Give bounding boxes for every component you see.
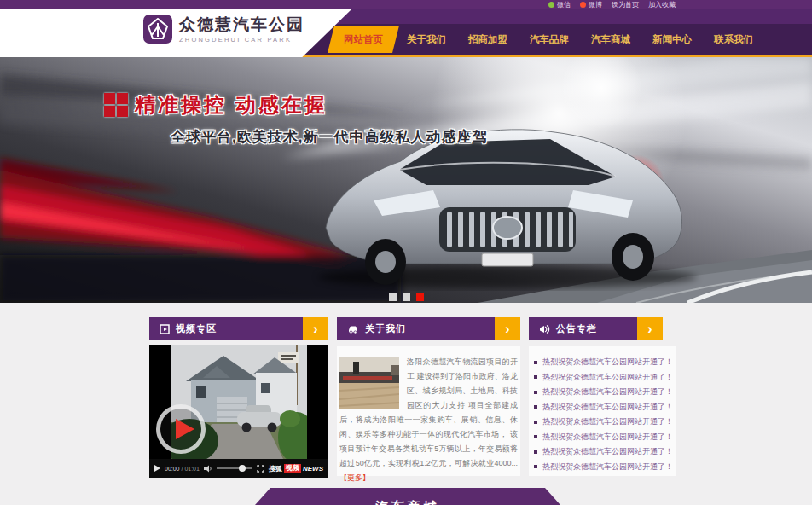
notice-list-item[interactable]: 热烈祝贺众德慧汽车公园网站开通了！ — [534, 460, 672, 475]
weibo-link[interactable]: 微博 — [580, 0, 602, 9]
news-label: NEWS — [303, 465, 323, 473]
video-more-button[interactable]: › — [303, 317, 328, 340]
carousel-dots — [389, 293, 424, 301]
weibo-label: 微博 — [589, 0, 602, 9]
set-homepage-link[interactable]: 设为首页 — [612, 0, 639, 9]
sohu-brand: 搜狐 视频 NEWS — [269, 464, 323, 473]
carousel-dot[interactable] — [389, 293, 397, 301]
notice-list-item[interactable]: 热烈祝贺众德慧汽车公园网站开通了！ — [534, 355, 672, 370]
carousel-dot[interactable] — [403, 293, 410, 301]
notice-list-item[interactable]: 热烈祝贺众德慧汽车公园网站开通了！ — [534, 430, 672, 445]
carousel-dot-active[interactable] — [416, 293, 424, 301]
wechat-icon — [548, 2, 554, 8]
bullet-icon — [534, 465, 537, 468]
footer-section-title: 汽车商城 — [375, 499, 440, 505]
player-time: 00:00 / 01:01 — [165, 466, 200, 472]
notice-list-item[interactable]: 热烈祝贺众德慧汽车公园网站开通了！ — [534, 415, 672, 430]
notice-list-item[interactable]: 热烈祝贺众德慧汽车公园网站开通了！ — [534, 400, 672, 415]
video-section-title: 视频专区 — [176, 322, 217, 335]
bullet-icon — [534, 421, 537, 424]
hero-text: 精准操控 动感在握 全球平台,欧美技术,新一代中高级私人动感座驾 — [104, 91, 487, 147]
hero-banner: 精准操控 动感在握 全球平台,欧美技术,新一代中高级私人动感座驾 — [0, 57, 812, 303]
main-nav: 网站首页 关于我们 招商加盟 汽车品牌 汽车商城 新闻中心 联系我们 — [331, 26, 764, 53]
player-play-icon[interactable] — [154, 465, 160, 472]
bullet-icon — [534, 375, 537, 379]
nav-item-contact[interactable]: 联系我们 — [703, 26, 764, 53]
nav-item-brands[interactable]: 汽车品牌 — [519, 26, 580, 53]
weibo-icon — [580, 2, 586, 8]
topbar: 微信 微博 设为首页 加入收藏 — [0, 0, 812, 9]
megaphone-icon — [539, 324, 550, 334]
about-more-link[interactable]: 【更多】 — [339, 473, 370, 482]
video-icon — [160, 324, 170, 334]
bullet-icon — [534, 361, 537, 364]
about-section-header: 关于我们 › — [337, 317, 520, 340]
volume-slider[interactable] — [217, 467, 252, 469]
nav-item-news[interactable]: 新闻中心 — [641, 26, 703, 53]
bullet-icon — [534, 405, 537, 409]
logo-mark-icon — [143, 15, 172, 44]
page: 微信 微博 设为首页 加入收藏 众德慧汽车公园 ZHONGDE — [0, 0, 812, 505]
notice-list-item[interactable]: 热烈祝贺众德慧汽车公园网站开通了！ — [534, 444, 672, 460]
sohu-label: 搜狐 — [269, 464, 282, 473]
video-player: 00:00 / 01:01 搜狐 视频 NEWS — [149, 345, 328, 478]
video-section-header: 视频专区 › — [149, 317, 328, 340]
hero-headline: 精准操控 动感在握 — [135, 91, 328, 119]
lotus-icon — [147, 18, 169, 40]
about-more-button[interactable]: › — [495, 317, 520, 340]
notice-section-title: 公告专栏 — [556, 322, 597, 335]
fullscreen-icon[interactable] — [257, 465, 264, 473]
hero-subline: 全球平台,欧美技术,新一代中高级私人动感座驾 — [171, 127, 487, 147]
about-content: 洛阳众德慧汽车物流园项目的开工 建设得到了洛阳市政府、洛龙区、城乡规划局、土地局… — [337, 346, 520, 476]
add-favorite-link[interactable]: 加入收藏 — [648, 0, 676, 9]
player-controls: 00:00 / 01:01 搜狐 视频 NEWS — [149, 459, 328, 478]
logo-title: 众德慧汽车公园 — [179, 15, 304, 34]
sohu-video-badge: 视频 — [284, 464, 301, 473]
site-logo[interactable]: 众德慧汽车公园 ZHONGDEHUI CAR PARK — [143, 15, 304, 44]
logo-subtitle: ZHONGDEHUI CAR PARK — [179, 36, 304, 44]
notice-more-button[interactable]: › — [637, 317, 663, 340]
nav-item-home[interactable]: 网站首页 — [328, 26, 399, 53]
bullet-icon — [534, 435, 537, 438]
nav-item-about[interactable]: 关于我们 — [396, 26, 457, 53]
wechat-label: 微信 — [557, 0, 571, 9]
bullet-icon — [534, 391, 537, 394]
bullet-icon — [534, 450, 537, 454]
nav-item-mall[interactable]: 汽车商城 — [580, 26, 641, 53]
slider-handle[interactable] — [239, 465, 246, 472]
footer-section-banner: 汽车商城 — [255, 488, 560, 505]
notice-list: 热烈祝贺众德慧汽车公园网站开通了！ 热烈祝贺众德慧汽车公园网站开通了！ 热烈祝贺… — [529, 346, 676, 476]
nav-item-join[interactable]: 招商加盟 — [457, 26, 519, 53]
car-icon — [347, 324, 359, 334]
notice-list-item[interactable]: 热烈祝贺众德慧汽车公园网站开通了！ — [534, 370, 672, 386]
notice-section-header: 公告专栏 › — [529, 317, 663, 340]
about-photo — [339, 357, 399, 409]
volume-icon[interactable] — [204, 465, 212, 473]
topbar-links: 微信 微博 设为首页 加入收藏 — [548, 0, 676, 9]
notice-list-item[interactable]: 热烈祝贺众德慧汽车公园网站开通了！ — [534, 385, 672, 400]
red-squares-icon — [104, 93, 128, 117]
play-button[interactable] — [156, 404, 206, 454]
about-section-title: 关于我们 — [365, 322, 406, 335]
wechat-link[interactable]: 微信 — [548, 0, 571, 9]
